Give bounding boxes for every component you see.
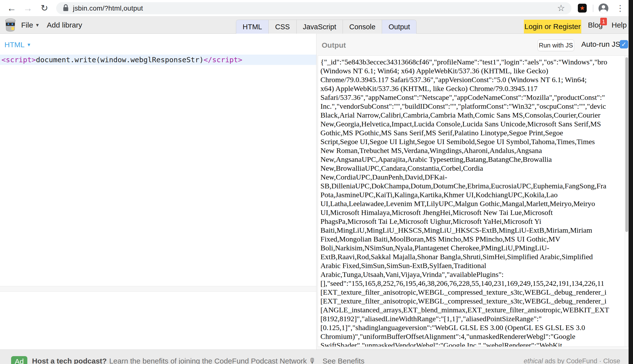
- autorun-js-checkbox[interactable]: ✓: [620, 40, 628, 48]
- output-line: [],"seed":"155,165,8,252,76,195,46,38,20…: [320, 279, 624, 288]
- output-line: UI,Latha,Leelawadee,Levenim MT,LilyUPC,M…: [320, 199, 624, 208]
- output-line: Pota,JasmineUPC,KaiTi,Kalinga,Kartika,Kh…: [320, 190, 624, 199]
- autorun-js-label[interactable]: Auto-run JS: [581, 40, 620, 48]
- code-editor-active-line[interactable]: <script>document.write(window.webglRespo…: [0, 54, 316, 65]
- output-line: SB,DilleniaUPC,DokChampa,Dotum,DotumChe,…: [320, 182, 624, 190]
- tab-console[interactable]: Console: [343, 20, 382, 34]
- output-line: Arabic Fixed,SimSun,SimSun-ExtB,Sylfaen,…: [320, 261, 624, 270]
- output-scrollbar-thumb[interactable]: [625, 57, 628, 232]
- output-line: [8192,8192]","aliasedLineWidthRange":"[1…: [320, 314, 624, 323]
- blog-badge: 1: [600, 18, 607, 25]
- file-menu[interactable]: File ▾: [21, 16, 39, 34]
- ad-body-text: Learn the benefits of joining the CodeFu…: [109, 357, 307, 364]
- ethical-label: ethical: [524, 357, 543, 364]
- code-body: document.write(window.webglResponseStr): [36, 56, 204, 64]
- ad-message: Host a tech podcast?Learn the benefits o…: [32, 357, 364, 364]
- profile-avatar[interactable]: [598, 4, 608, 13]
- output-line: Boli,Narkisim,NSimSun,Nyala,Plantagenet …: [320, 244, 624, 252]
- output-panel-title: Output: [322, 41, 346, 50]
- output-line: (Windows NT 6.1; Win64; x64) AppleWebKit…: [320, 66, 624, 75]
- extension-icon[interactable]: ★: [578, 4, 587, 12]
- back-icon[interactable]: ←: [6, 0, 18, 16]
- editor-panels: HTML ▾ <script>document.write(window.web…: [0, 34, 633, 350]
- jsbin-logo[interactable]: [5, 18, 16, 32]
- output-line: Baiti,MingLiU,MingLiU_HKSCS,MingLiU_HKSC…: [320, 226, 624, 235]
- output-scrollbar-track: [625, 56, 628, 346]
- url-text: jsbin.com/?html,output: [73, 4, 143, 12]
- code-close-tag: </script>: [204, 56, 242, 64]
- login-register-button[interactable]: Login or Register: [524, 20, 581, 34]
- output-json-text: {"_id":"5e843b3eccec34313668cf46","profi…: [320, 58, 624, 346]
- output-line: New,CordiaUPC,DaunPenh,David,DFKai-: [320, 173, 624, 182]
- output-line: ExtB,Raavi,Rod,Sakkal Majalla,Shonar Ban…: [320, 252, 624, 261]
- add-library-button[interactable]: Add library: [47, 16, 82, 34]
- add-library-label: Add library: [47, 21, 82, 29]
- output-line: [ANGLE_instanced_arrays,EXT_blend_minmax…: [320, 306, 624, 314]
- output-panel: Output Run with JS Auto-run JS ✓ {"_id":…: [317, 34, 628, 350]
- output-line: UI,Microsoft Himalaya,Microsoft JhengHei…: [320, 208, 624, 217]
- jsbin-window: ← → ↻ jsbin.com/?html,output ☆ ★ ⋮: [0, 0, 633, 364]
- chrome-separator: [593, 5, 593, 12]
- output-line: Black,Arial Narrow,Calibri,Cambria,Cambr…: [320, 111, 624, 120]
- screen-edge-strip: [628, 0, 633, 364]
- output-line: New,BrowalliaUPC,Candara,Constantia,Corb…: [320, 164, 624, 173]
- tab-css[interactable]: CSS: [269, 20, 297, 34]
- output-line: [EXT_texture_filter_anisotropic,WEBGL_co…: [320, 296, 624, 306]
- output-line: Arabic,Tunga,Utsaah,Vani,Vijaya,Vrinda",…: [320, 270, 624, 279]
- output-frame: {"_id":"5e843b3eccec34313668cf46","profi…: [318, 55, 628, 347]
- tab-output[interactable]: Output: [382, 20, 416, 34]
- output-line: New,AngsanaUPC,Aparajita,Arabic Typesett…: [320, 155, 624, 164]
- ad-close-link[interactable]: Close: [603, 357, 620, 364]
- output-line: x64) AppleWebKit/537.36 (KHTML, like Gec…: [320, 84, 624, 93]
- code-open-tag: <script>: [2, 56, 36, 64]
- microphone-icon: 🎙: [309, 357, 316, 364]
- panel-tabs: HTML CSS JavaScript Console Output: [236, 20, 416, 34]
- html-panel-title: HTML: [5, 40, 25, 49]
- browser-menu-icon[interactable]: ⋮: [615, 0, 625, 16]
- tab-javascript[interactable]: JavaScript: [297, 20, 343, 34]
- file-menu-label: File: [21, 21, 33, 29]
- html-panel-menu[interactable]: HTML ▾: [5, 40, 30, 49]
- forward-icon[interactable]: →: [22, 0, 34, 16]
- chevron-down-icon: ▾: [36, 22, 39, 28]
- url-bar[interactable]: jsbin.com/?html,output: [56, 2, 571, 14]
- see-benefits-link[interactable]: See Benefits: [323, 357, 364, 364]
- browser-chrome: ← → ↻ jsbin.com/?html,output ☆ ★ ⋮: [0, 0, 633, 16]
- help-link[interactable]: Help: [611, 16, 627, 34]
- output-line: New,Georgia,Helvetica,Impact,Lucida Cons…: [320, 120, 624, 128]
- output-line: [0.125,1]","shadinglanguageversion":"Web…: [320, 323, 624, 332]
- output-line: Gothic,MS PGothic,MS Sans Serif,MS Serif…: [320, 128, 624, 137]
- jsbin-toolbar: File ▾ Add library HTML CSS JavaScript C…: [0, 16, 633, 34]
- bookmark-star-icon[interactable]: ☆: [555, 0, 567, 16]
- check-icon: ✓: [621, 40, 626, 48]
- output-line: [EXT_texture_filter_anisotropic,WEBGL_co…: [320, 288, 624, 296]
- chevron-down-icon: ▾: [28, 42, 30, 48]
- output-line: {"_id":"5e843b3eccec34313668cf46","profi…: [320, 58, 624, 66]
- ad-headline: Host a tech podcast?: [32, 357, 107, 364]
- lock-icon: [63, 4, 69, 13]
- output-line: Chromium)","uniformBufferOffsetAlignment…: [320, 332, 624, 341]
- output-line: Safari/537.36","appNameConst":"Netscape"…: [320, 93, 624, 102]
- output-line: Script,Segoe UI,Segoe UI Light,Segoe UI …: [320, 137, 624, 146]
- codefund-ad-bar: Ad Host a tech podcast?Learn the benefit…: [0, 350, 633, 364]
- run-with-js-button[interactable]: Run with JS: [538, 40, 574, 51]
- output-line: Chrome/79.0.3945.117 Safari/537.36","app…: [320, 75, 624, 84]
- ad-badge: Ad: [11, 356, 27, 364]
- output-line: SwiftShader","unmaskedVendorWebgl":"Goog…: [320, 341, 624, 346]
- reload-icon[interactable]: ↻: [38, 0, 51, 16]
- output-line: Fixed,Mongolian Baiti,MoolBoran,MS Minch…: [320, 235, 624, 244]
- output-line: PhagsPa,Microsoft Tai Le,Microsoft Uighu…: [320, 217, 624, 226]
- tab-html[interactable]: HTML: [236, 20, 269, 34]
- ad-attribution: ethical ads by CodeFund · Close: [524, 357, 620, 364]
- ads-by-codefund-label: ads by CodeFund ·: [543, 357, 603, 364]
- editor-splitter-handle[interactable]: [0, 286, 316, 292]
- html-panel: HTML ▾ <script>document.write(window.web…: [0, 34, 316, 350]
- output-line: New Roman,Trebuchet MS,Verdana,Wingdings…: [320, 146, 624, 155]
- output-line: Inc.","vendorSubConst":"","buildIDConst"…: [320, 102, 624, 111]
